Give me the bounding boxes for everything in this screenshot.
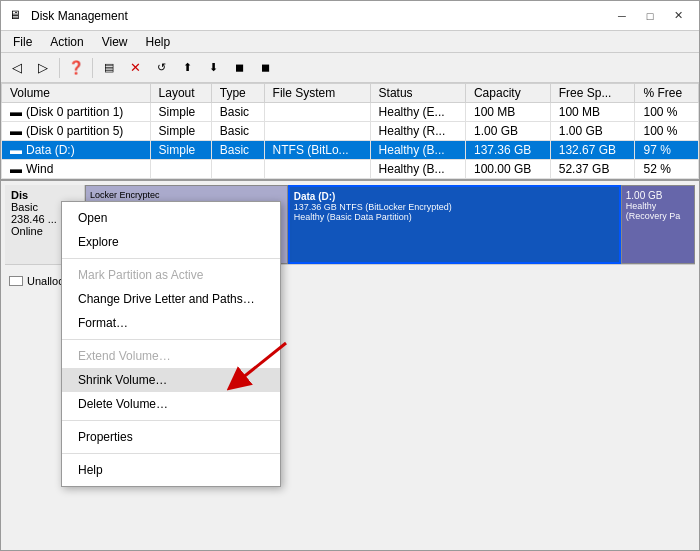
table-cell-2-5: 137.36 GB — [465, 141, 550, 160]
table-cell-1-4: Healthy (R... — [370, 122, 465, 141]
menu-bar: File Action View Help — [1, 31, 699, 53]
partition-recovery[interactable]: 1.00 GB Healthy (Recovery Pa — [621, 185, 695, 264]
col-capacity: Capacity — [465, 84, 550, 103]
table-row[interactable]: ▬WindHealthy (B...100.00 GB52.37 GB52 % — [2, 160, 699, 179]
table-cell-3-2 — [211, 160, 264, 179]
col-type: Type — [211, 84, 264, 103]
back-button[interactable]: ◁ — [5, 56, 29, 80]
ctx-sep-4 — [62, 453, 280, 454]
disk-table-container: Volume Layout Type File System Status Ca… — [1, 83, 699, 179]
ctx-explore[interactable]: Explore — [62, 230, 280, 254]
table-cell-0-5: 100 MB — [465, 103, 550, 122]
table-cell-3-7: 52 % — [635, 160, 699, 179]
toolbar-help-button[interactable]: ❓ — [64, 56, 88, 80]
ctx-sep-1 — [62, 258, 280, 259]
ctx-help[interactable]: Help — [62, 458, 280, 482]
table-cell-2-7: 97 % — [635, 141, 699, 160]
ctx-format[interactable]: Format… — [62, 311, 280, 335]
table-cell-0-7: 100 % — [635, 103, 699, 122]
disk-table: Volume Layout Type File System Status Ca… — [1, 83, 699, 179]
table-cell-2-4: Healthy (B... — [370, 141, 465, 160]
forward-button[interactable]: ▷ — [31, 56, 55, 80]
table-cell-1-6: 1.00 GB — [550, 122, 635, 141]
table-cell-1-7: 100 % — [635, 122, 699, 141]
partition-data-d[interactable]: Data (D:) 137.36 GB NTFS (BitLocker Encr… — [288, 185, 621, 264]
toolbar-separator-1 — [59, 58, 60, 78]
table-cell-2-6: 132.67 GB — [550, 141, 635, 160]
table-cell-1-0: ▬(Disk 0 partition 5) — [2, 122, 151, 141]
col-layout: Layout — [150, 84, 211, 103]
ctx-mark-active: Mark Partition as Active — [62, 263, 280, 287]
app-icon: 🖥 — [9, 8, 25, 24]
table-cell-0-4: Healthy (E... — [370, 103, 465, 122]
title-bar: 🖥 Disk Management ─ □ ✕ — [1, 1, 699, 31]
table-cell-1-1: Simple — [150, 122, 211, 141]
table-cell-0-1: Simple — [150, 103, 211, 122]
table-cell-3-1 — [150, 160, 211, 179]
table-cell-2-1: Simple — [150, 141, 211, 160]
window-title: Disk Management — [31, 9, 128, 23]
toolbar-delete-button[interactable]: ✕ — [123, 56, 147, 80]
col-freespace: Free Sp... — [550, 84, 635, 103]
table-cell-0-0: ▬(Disk 0 partition 1) — [2, 103, 151, 122]
toolbar-action-btn1[interactable]: ▤ — [97, 56, 121, 80]
partition-details: 137.36 GB NTFS (BitLocker Encrypted)Heal… — [294, 202, 615, 222]
table-row[interactable]: ▬(Disk 0 partition 1)SimpleBasicHealthy … — [2, 103, 699, 122]
legend-color-unallocated — [9, 276, 23, 286]
ctx-sep-2 — [62, 339, 280, 340]
table-cell-1-2: Basic — [211, 122, 264, 141]
table-cell-2-2: Basic — [211, 141, 264, 160]
table-cell-1-3 — [264, 122, 370, 141]
context-menu: Open Explore Mark Partition as Active Ch… — [61, 201, 281, 487]
menu-action[interactable]: Action — [42, 33, 91, 51]
ctx-properties[interactable]: Properties — [62, 425, 280, 449]
menu-view[interactable]: View — [94, 33, 136, 51]
col-filesystem: File System — [264, 84, 370, 103]
table-row[interactable]: ▬Data (D:)SimpleBasicNTFS (BitLo...Healt… — [2, 141, 699, 160]
toolbar: ◁ ▷ ❓ ▤ ✕ ↺ ⬆ ⬇ ◼ ◼ — [1, 53, 699, 83]
main-content: Volume Layout Type File System Status Ca… — [1, 83, 699, 550]
table-cell-3-4: Healthy (B... — [370, 160, 465, 179]
table-cell-2-0: ▬Data (D:) — [2, 141, 151, 160]
ctx-open[interactable]: Open — [62, 206, 280, 230]
menu-help[interactable]: Help — [138, 33, 179, 51]
table-cell-2-3: NTFS (BitLo... — [264, 141, 370, 160]
partition-name: Data (D:) — [294, 191, 615, 202]
window-controls: ─ □ ✕ — [609, 6, 691, 26]
ctx-shrink[interactable]: Shrink Volume… — [62, 368, 280, 392]
close-button[interactable]: ✕ — [665, 6, 691, 26]
table-cell-3-6: 52.37 GB — [550, 160, 635, 179]
ctx-delete[interactable]: Delete Volume… — [62, 392, 280, 416]
col-pctfree: % Free — [635, 84, 699, 103]
table-cell-3-0: ▬Wind — [2, 160, 151, 179]
partition-size: 1.00 GB — [626, 190, 690, 201]
ctx-change-letter[interactable]: Change Drive Letter and Paths… — [62, 287, 280, 311]
disk-management-window: 🖥 Disk Management ─ □ ✕ File Action View… — [0, 0, 700, 551]
maximize-button[interactable]: □ — [637, 6, 663, 26]
minimize-button[interactable]: ─ — [609, 6, 635, 26]
table-cell-0-3 — [264, 103, 370, 122]
menu-file[interactable]: File — [5, 33, 40, 51]
table-row[interactable]: ▬(Disk 0 partition 5)SimpleBasicHealthy … — [2, 122, 699, 141]
toolbar-action-btn2[interactable]: ↺ — [149, 56, 173, 80]
ctx-sep-3 — [62, 420, 280, 421]
toolbar-action-btn6[interactable]: ◼ — [253, 56, 277, 80]
col-volume: Volume — [2, 84, 151, 103]
toolbar-separator-2 — [92, 58, 93, 78]
table-cell-3-5: 100.00 GB — [465, 160, 550, 179]
ctx-extend: Extend Volume… — [62, 344, 280, 368]
table-cell-0-2: Basic — [211, 103, 264, 122]
title-bar-left: 🖥 Disk Management — [9, 8, 128, 24]
col-status: Status — [370, 84, 465, 103]
table-cell-3-3 — [264, 160, 370, 179]
disk-name-0: Dis — [11, 189, 78, 201]
table-cell-0-6: 100 MB — [550, 103, 635, 122]
table-cell-1-5: 1.00 GB — [465, 122, 550, 141]
toolbar-action-btn5[interactable]: ◼ — [227, 56, 251, 80]
partition-status: Healthy (Recovery Pa — [626, 201, 690, 221]
toolbar-action-btn3[interactable]: ⬆ — [175, 56, 199, 80]
toolbar-action-btn4[interactable]: ⬇ — [201, 56, 225, 80]
